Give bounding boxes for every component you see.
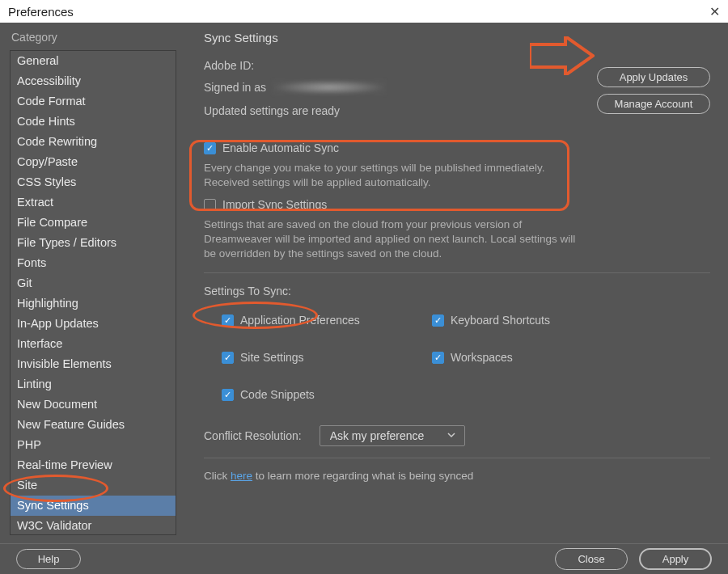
- sync-site-label: Site Settings: [240, 351, 304, 364]
- sidebar-item-file-types-editors[interactable]: File Types / Editors: [11, 233, 176, 253]
- sidebar-item-in-app-updates[interactable]: In-App Updates: [11, 314, 176, 334]
- footer: Help Close Apply: [0, 543, 728, 574]
- sidebar-header: Category: [10, 31, 176, 44]
- sidebar-item-fonts[interactable]: Fonts: [11, 253, 176, 273]
- sidebar-item-code-format[interactable]: Code Format: [11, 91, 176, 112]
- titlebar: Preferences ✕: [0, 0, 728, 23]
- apply-button[interactable]: Apply: [639, 548, 712, 570]
- help-button[interactable]: Help: [16, 549, 81, 569]
- sidebar-item-new-document[interactable]: New Document: [11, 395, 176, 415]
- checkbox-checked-icon: ✓: [222, 352, 234, 364]
- checkbox-checked-icon: ✓: [432, 352, 444, 364]
- sidebar-item-w3c-validator[interactable]: W3C Validator: [11, 516, 176, 535]
- sync-workspaces-checkbox[interactable]: ✓ Workspaces: [432, 351, 610, 364]
- learn-suffix: to learn more regarding what is being sy…: [252, 470, 473, 482]
- import-sync-desc: Settings that are saved on the cloud fro…: [204, 217, 576, 261]
- import-sync-label: Import Sync Settings: [222, 198, 327, 211]
- category-list: GeneralAccessibilityCode FormatCode Hint…: [10, 50, 176, 535]
- sidebar-item-general[interactable]: General: [11, 51, 176, 71]
- settings-to-sync-header: Settings To Sync:: [204, 285, 710, 298]
- sidebar-item-copy-paste[interactable]: Copy/Paste: [11, 152, 176, 172]
- checkbox-checked-icon: ✓: [432, 314, 444, 327]
- manage-account-button[interactable]: Manage Account: [597, 94, 710, 114]
- learn-more-link[interactable]: here: [231, 470, 252, 482]
- sync-workspaces-label: Workspaces: [451, 351, 513, 364]
- enable-auto-sync-label: Enable Automatic Sync: [222, 141, 339, 154]
- sidebar: Category GeneralAccessibilityCode Format…: [0, 23, 186, 543]
- import-sync-checkbox[interactable]: Import Sync Settings: [204, 198, 710, 211]
- chevron-down-icon: [447, 429, 456, 442]
- panel-header: Sync Settings: [204, 31, 710, 44]
- checkbox-unchecked-icon: [204, 199, 216, 211]
- sidebar-item-new-feature-guides[interactable]: New Feature Guides: [11, 415, 176, 435]
- sidebar-item-accessibility[interactable]: Accessibility: [11, 71, 176, 91]
- sync-keyboard-checkbox[interactable]: ✓ Keyboard Shortcuts: [432, 314, 610, 327]
- sidebar-item-extract[interactable]: Extract: [11, 192, 176, 213]
- checkbox-checked-icon: ✓: [204, 142, 216, 154]
- sync-app-prefs-label: Application Preferences: [240, 314, 360, 327]
- learn-more-row: Click here to learn more regarding what …: [204, 470, 710, 482]
- main-panel: Sync Settings Adobe ID: Signed in as Upd…: [186, 23, 728, 543]
- close-icon[interactable]: ✕: [709, 4, 720, 19]
- checkbox-checked-icon: ✓: [222, 314, 234, 327]
- signed-in-label: Signed in as: [204, 81, 266, 94]
- sync-snippets-label: Code Snippets: [240, 388, 315, 401]
- signed-in-value-redacted: [273, 80, 386, 95]
- sidebar-item-highlighting[interactable]: Highlighting: [11, 293, 176, 314]
- sidebar-item-invisible-elements[interactable]: Invisible Elements: [11, 354, 176, 374]
- sync-snippets-checkbox[interactable]: ✓ Code Snippets: [222, 388, 432, 401]
- conflict-value: Ask my preference: [330, 429, 425, 442]
- sidebar-item-file-compare[interactable]: File Compare: [11, 213, 176, 233]
- window-title: Preferences: [8, 5, 74, 19]
- sidebar-item-linting[interactable]: Linting: [11, 374, 176, 395]
- sync-site-checkbox[interactable]: ✓ Site Settings: [222, 351, 432, 364]
- sync-app-prefs-checkbox[interactable]: ✓ Application Preferences: [222, 314, 432, 327]
- checkbox-checked-icon: ✓: [222, 389, 234, 401]
- divider: [204, 458, 710, 458]
- conflict-select[interactable]: Ask my preference: [320, 425, 465, 446]
- sidebar-item-css-styles[interactable]: CSS Styles: [11, 172, 176, 192]
- learn-prefix: Click: [204, 470, 231, 482]
- enable-auto-sync-checkbox[interactable]: ✓ Enable Automatic Sync: [204, 141, 710, 154]
- sidebar-item-code-rewriting[interactable]: Code Rewriting: [11, 132, 176, 152]
- sidebar-item-real-time-preview[interactable]: Real-time Preview: [11, 455, 176, 475]
- divider: [204, 272, 710, 273]
- sync-keyboard-label: Keyboard Shortcuts: [451, 314, 550, 327]
- sidebar-item-site[interactable]: Site: [11, 475, 176, 496]
- sidebar-item-interface[interactable]: Interface: [11, 334, 176, 354]
- sidebar-item-php[interactable]: PHP: [11, 435, 176, 455]
- sidebar-item-sync-settings[interactable]: Sync Settings: [11, 496, 176, 516]
- sidebar-item-git[interactable]: Git: [11, 273, 176, 293]
- conflict-label: Conflict Resolution:: [204, 429, 302, 442]
- close-button[interactable]: Close: [555, 548, 628, 570]
- enable-auto-sync-desc: Every change you make to your settings w…: [204, 161, 576, 190]
- apply-updates-button[interactable]: Apply Updates: [597, 67, 710, 87]
- sidebar-item-code-hints[interactable]: Code Hints: [11, 112, 176, 132]
